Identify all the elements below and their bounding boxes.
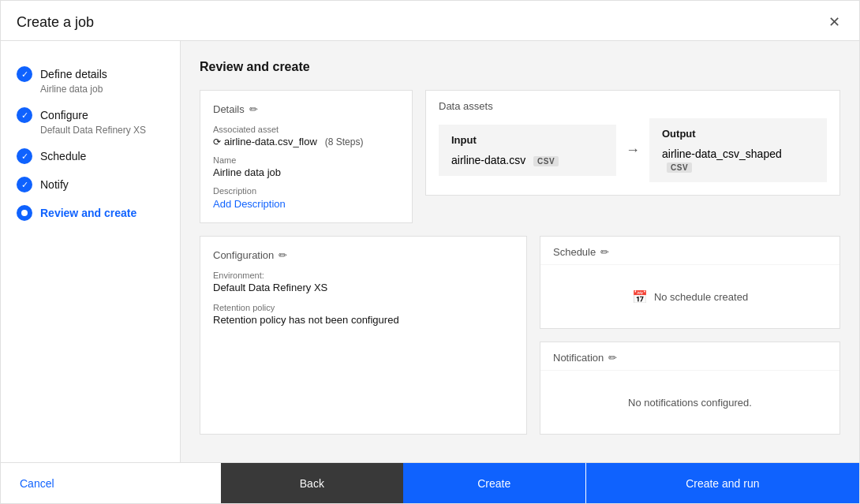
step-icon-review — [17, 205, 32, 221]
no-schedule-text: No schedule created — [654, 291, 748, 303]
data-assets-card: Data assets Input airline-data.csv CSV → — [425, 90, 840, 196]
bottom-row: Configuration ✏ Environment: Default Dat… — [200, 236, 840, 435]
step-subtitle-configure: Default Data Refinery XS — [40, 125, 164, 136]
top-cards-area: Details ✏ Associated asset ⟳ airline-dat… — [200, 90, 840, 223]
calendar-icon: 📅 — [632, 289, 648, 304]
footer-back-area: Back — [221, 463, 403, 503]
schedule-header: Schedule ✏ — [540, 237, 839, 265]
modal-body: ✓ Define details Airline data job ✓ Conf… — [1, 41, 859, 462]
details-header: Details ✏ — [213, 103, 399, 115]
no-notification-text: No notifications configured. — [628, 397, 752, 409]
output-csv-badge: CSV — [667, 162, 692, 173]
data-assets-label: Data assets — [439, 100, 493, 112]
step-title-review: Review and create — [40, 207, 136, 219]
step-icon-define: ✓ — [17, 66, 32, 82]
step-header-notify: ✓ Notify — [17, 177, 164, 192]
schedule-edit-icon[interactable]: ✏ — [600, 246, 609, 258]
associated-asset-value: ⟳ airline-data.csv_flow (8 Steps) — [213, 136, 399, 147]
bottom-right-column: Schedule ✏ 📅 No schedule created Notific… — [540, 236, 840, 435]
schedule-body: 📅 No schedule created — [540, 265, 839, 328]
schedule-card: Schedule ✏ 📅 No schedule created — [540, 236, 840, 329]
sidebar: ✓ Define details Airline data job ✓ Conf… — [1, 41, 181, 462]
input-filename: airline-data.csv — [451, 154, 525, 166]
step-icon-notify: ✓ — [17, 177, 32, 192]
details-label: Details — [213, 103, 245, 115]
step-header-review: Review and create — [17, 205, 164, 221]
arrow-area: → — [616, 142, 649, 159]
arrow-icon: → — [626, 142, 640, 158]
step-icon-configure: ✓ — [17, 107, 32, 123]
step-title-notify: Notify — [40, 178, 69, 191]
sidebar-item-notify[interactable]: ✓ Notify — [1, 170, 180, 199]
input-output-area: Input airline-data.csv CSV → Output — [426, 118, 839, 195]
step-subtitle-define: Airline data job — [40, 84, 164, 95]
cancel-button[interactable]: Cancel — [20, 477, 54, 490]
output-filename: airline-data_csv_shaped — [662, 147, 782, 160]
input-csv-badge: CSV — [533, 156, 559, 166]
modal-title: Create a job — [17, 14, 94, 31]
step-title-schedule: Schedule — [40, 150, 86, 162]
notification-edit-icon[interactable]: ✏ — [608, 352, 617, 364]
back-button[interactable]: Back — [300, 477, 324, 490]
step-header-define: ✓ Define details — [17, 66, 164, 82]
configuration-header: Configuration ✏ — [213, 249, 514, 261]
step-icon-schedule: ✓ — [17, 148, 32, 164]
configuration-label: Configuration — [213, 249, 274, 261]
footer-create-run-area: Create and run — [586, 463, 859, 503]
sidebar-item-schedule[interactable]: ✓ Schedule — [1, 142, 180, 170]
configuration-card: Configuration ✏ Environment: Default Dat… — [200, 236, 527, 435]
step-title-define: Define details — [40, 68, 107, 80]
details-card: Details ✏ Associated asset ⟳ airline-dat… — [200, 90, 413, 223]
create-and-run-button[interactable]: Create and run — [686, 477, 759, 490]
modal-footer: Cancel Back Create Create and run — [1, 462, 859, 503]
main-content: Review and create Details ✏ Associated a… — [181, 41, 859, 462]
details-edit-icon[interactable]: ✏ — [249, 103, 258, 115]
environment-value: Default Data Refinery XS — [213, 282, 514, 293]
name-label: Name — [213, 155, 399, 165]
output-title: Output — [662, 128, 814, 140]
steps-badge: (8 Steps) — [325, 136, 364, 147]
step-title-configure: Configure — [40, 109, 88, 121]
notification-body: No notifications configured. — [540, 371, 839, 434]
input-title: Input — [451, 134, 604, 146]
sidebar-item-configure[interactable]: ✓ Configure Default Data Refinery XS — [1, 101, 180, 142]
description-label: Description — [213, 186, 399, 196]
output-file-row: airline-data_csv_shaped CSV — [662, 147, 814, 173]
step-header-schedule: ✓ Schedule — [17, 148, 164, 164]
close-button[interactable]: ✕ — [825, 13, 843, 31]
data-assets-header: Data assets — [426, 91, 839, 118]
retention-value: Retention policy has not been configured — [213, 314, 514, 326]
input-file-row: airline-data.csv CSV — [451, 154, 604, 166]
footer-create-area: Create — [403, 463, 585, 503]
retention-label: Retention policy — [213, 303, 514, 312]
associated-asset-text: airline-data.csv_flow — [224, 136, 317, 147]
notification-card: Notification ✏ No notifications configur… — [540, 342, 840, 435]
sidebar-item-define[interactable]: ✓ Define details Airline data job — [1, 60, 180, 101]
sidebar-item-review[interactable]: Review and create — [1, 199, 180, 227]
step-header-configure: ✓ Configure — [17, 107, 164, 123]
footer-cancel-area: Cancel — [1, 463, 221, 503]
notification-header: Notification ✏ — [540, 342, 839, 371]
modal-header: Create a job ✕ — [1, 1, 859, 41]
associated-asset-label: Associated asset — [213, 125, 399, 134]
name-value: Airline data job — [213, 166, 399, 178]
environment-label: Environment: — [213, 271, 514, 280]
create-button[interactable]: Create — [477, 477, 510, 490]
add-description-link[interactable]: Add Description — [213, 198, 286, 210]
input-box: Input airline-data.csv CSV — [439, 125, 616, 176]
flow-icon: ⟳ — [213, 136, 221, 147]
notification-label: Notification — [553, 352, 604, 364]
configuration-edit-icon[interactable]: ✏ — [279, 249, 287, 261]
create-job-modal: Create a job ✕ ✓ Define details Airline … — [0, 0, 860, 504]
output-box: Output airline-data_csv_shaped CSV — [649, 118, 827, 182]
schedule-label: Schedule — [553, 246, 596, 258]
section-title: Review and create — [200, 60, 840, 74]
